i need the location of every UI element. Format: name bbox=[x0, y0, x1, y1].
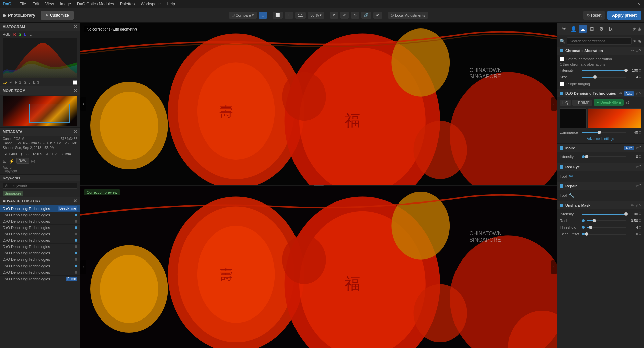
denoise-reset-icon[interactable]: ↺ bbox=[626, 100, 630, 105]
denoise-prime-button[interactable]: + PRIME bbox=[572, 100, 592, 106]
repair-toggle-icon[interactable] bbox=[560, 184, 563, 188]
unsharp-threshold-slider[interactable] bbox=[587, 227, 626, 228]
zoom-button[interactable]: 30 % ▾ bbox=[308, 12, 324, 19]
denoising-star-icon[interactable]: ☆ bbox=[635, 91, 639, 96]
ca-intensity-down-arrow[interactable]: ▼ bbox=[639, 70, 641, 73]
ca-size-down-arrow[interactable]: ▼ bbox=[639, 77, 641, 80]
unsharp-mask-header[interactable]: Unsharp Mask ✏ ☆ ? bbox=[557, 201, 644, 209]
denoising-luminance-slider[interactable] bbox=[582, 132, 626, 133]
moire-star-icon[interactable]: ☆ bbox=[635, 146, 639, 150]
lateral-ca-checkbox[interactable] bbox=[560, 57, 564, 61]
history-item-6[interactable]: DxO Denoising Technologies bbox=[0, 244, 80, 250]
chromatic-aberration-star-icon[interactable]: ☆ bbox=[635, 48, 639, 53]
unsharp-radius-slider[interactable] bbox=[587, 220, 626, 221]
purple-fringing-checkbox[interactable] bbox=[560, 82, 564, 86]
reset-button[interactable]: ↺ Reset bbox=[583, 11, 605, 20]
eye-button[interactable]: 👁 bbox=[373, 12, 382, 19]
chromatic-aberration-header[interactable]: Chromatic Aberration ✏ ☆ ? bbox=[557, 47, 644, 55]
search-toggle-icon[interactable]: ◉ bbox=[638, 39, 641, 43]
right-toolbar-person-icon[interactable]: 👤 bbox=[569, 25, 577, 33]
right-toolbar-sun-icon[interactable]: ☀ bbox=[560, 25, 568, 33]
keyword-tag-singapore[interactable]: Singapore bbox=[3, 191, 23, 196]
denoise-deepprime-button[interactable]: ✦ DeepPRIME bbox=[594, 99, 624, 106]
keywords-input[interactable] bbox=[3, 183, 77, 189]
straighten-button[interactable]: ✛ bbox=[285, 12, 293, 19]
history-item-9[interactable]: DxO Denoising Technologies bbox=[0, 263, 80, 269]
denoising-help-icon[interactable]: ? bbox=[639, 91, 641, 96]
histogram-channel-rgb[interactable]: RGB bbox=[3, 32, 11, 36]
right-arrow-bottom[interactable]: › bbox=[551, 260, 557, 274]
history-item-3[interactable]: DxO Denoising Technologies ⋮ bbox=[0, 225, 80, 231]
unsharp-intensity-slider[interactable] bbox=[582, 214, 626, 215]
rotate-button[interactable]: ↺ bbox=[330, 12, 338, 19]
menu-palettes[interactable]: Palettes bbox=[117, 1, 137, 7]
menu-workspace[interactable]: Workspace bbox=[138, 1, 163, 7]
right-panel-scroll[interactable]: Chromatic Aberration ✏ ☆ ? Lateral chrom… bbox=[557, 47, 644, 348]
repair-tool-icon[interactable]: 🔧 bbox=[569, 193, 574, 198]
right-panel-star-icon[interactable]: ★ bbox=[632, 26, 636, 32]
history-item-11[interactable]: DxO Denoising Technologies Prime bbox=[0, 276, 80, 282]
right-toolbar-cloud-icon[interactable]: ☁ bbox=[579, 25, 587, 33]
fit-button[interactable]: 1:1 bbox=[295, 12, 306, 19]
search-corrections-input[interactable] bbox=[567, 37, 632, 45]
local-adjustments-button[interactable]: ◎ Local Adjustments bbox=[388, 12, 428, 19]
unsharp-edge-offset-down-arrow[interactable]: ▼ bbox=[639, 234, 641, 237]
right-arrow-top[interactable]: › bbox=[551, 97, 557, 111]
search-star-icon[interactable]: ★ bbox=[633, 39, 637, 43]
minimize-button[interactable]: ─ bbox=[623, 1, 628, 7]
compare-button[interactable]: ⊡ Compare ▾ bbox=[229, 12, 257, 19]
unsharp-mask-help-icon[interactable]: ? bbox=[639, 203, 641, 208]
unsharp-threshold-down-arrow[interactable]: ▼ bbox=[639, 227, 641, 230]
denoising-luminance-down-arrow[interactable]: ▼ bbox=[639, 132, 641, 135]
ca-intensity-slider[interactable] bbox=[582, 70, 626, 71]
red-eye-toggle-icon[interactable] bbox=[560, 165, 563, 169]
red-eye-tool-icon[interactable]: 👁 bbox=[569, 174, 573, 179]
chromatic-aberration-edit-icon[interactable]: ✏ bbox=[631, 48, 634, 53]
maximize-button[interactable]: □ bbox=[629, 1, 635, 7]
history-item-10[interactable]: DxO Denoising Technologies bbox=[0, 269, 80, 276]
target-button[interactable]: ⊕ bbox=[351, 12, 359, 19]
histogram-checkbox[interactable] bbox=[73, 80, 77, 85]
repair-star-icon[interactable]: ☆ bbox=[635, 184, 639, 188]
red-eye-star-icon[interactable]: ☆ bbox=[635, 165, 639, 169]
menu-help[interactable]: Help bbox=[164, 1, 178, 7]
history-item-5[interactable]: DxO Denoising Technologies bbox=[0, 237, 80, 244]
histogram-channel-r[interactable]: R bbox=[13, 32, 16, 36]
histogram-channel-g[interactable]: G bbox=[19, 32, 22, 36]
crop-button[interactable]: ⬜ bbox=[273, 12, 283, 19]
menu-view[interactable]: View bbox=[43, 1, 57, 7]
menu-edit[interactable]: Edit bbox=[30, 1, 42, 7]
photo-library-tab[interactable]: PhotoLibrary bbox=[8, 13, 35, 18]
histogram-channel-b[interactable]: B bbox=[24, 32, 26, 36]
right-toolbar-layers-icon[interactable]: ⊟ bbox=[588, 25, 596, 33]
unsharp-mask-edit-icon[interactable]: ✏ bbox=[631, 203, 634, 208]
menu-dxo-optics[interactable]: DxO Optics Modules bbox=[74, 1, 117, 7]
left-arrow-bottom[interactable]: ‹ bbox=[80, 260, 86, 274]
denoising-header[interactable]: DxO Denoising Technologies ✏ Auto ☆ ? bbox=[557, 89, 644, 97]
history-item-7[interactable]: DxO Denoising Technologies bbox=[0, 250, 80, 256]
right-panel-toggle-icon[interactable]: ◉ bbox=[638, 26, 641, 32]
denoising-edit-icon[interactable]: ✏ bbox=[619, 91, 623, 96]
history-item-2[interactable]: DxO Denoising Technologies bbox=[0, 218, 80, 225]
chromatic-aberration-toggle-icon[interactable] bbox=[560, 49, 563, 52]
advanced-settings-link[interactable]: + Advanced settings + bbox=[560, 136, 641, 141]
customize-tab[interactable]: ✎ Customize bbox=[41, 11, 74, 20]
metadata-close-button[interactable]: ✕ bbox=[73, 129, 77, 134]
unsharp-mask-toggle-icon[interactable] bbox=[560, 204, 563, 207]
history-close-button[interactable]: ✕ bbox=[73, 198, 77, 204]
history-item-4[interactable]: DxO Denoising Technologies bbox=[0, 231, 80, 237]
picker-button[interactable]: ✐ bbox=[340, 12, 349, 19]
link-button[interactable]: 🔗 bbox=[361, 12, 371, 19]
moire-header[interactable]: Moiré Auto ☆ ? bbox=[557, 144, 644, 152]
repair-header[interactable]: Repair ☆ ? bbox=[557, 182, 644, 190]
apply-preset-button[interactable]: Apply preset bbox=[607, 11, 641, 20]
menu-image[interactable]: Image bbox=[57, 1, 74, 7]
moire-help-icon[interactable]: ? bbox=[639, 146, 641, 150]
close-button[interactable]: ✕ bbox=[636, 1, 641, 7]
history-item-8[interactable]: DxO Denoising Technologies bbox=[0, 256, 80, 263]
repair-help-icon[interactable]: ? bbox=[639, 184, 641, 188]
moire-intensity-slider[interactable] bbox=[587, 156, 626, 157]
denoise-hq-button[interactable]: HQ bbox=[560, 100, 571, 106]
histogram-close-button[interactable]: ✕ bbox=[73, 24, 77, 30]
right-toolbar-fx-icon[interactable]: fx bbox=[607, 25, 615, 33]
